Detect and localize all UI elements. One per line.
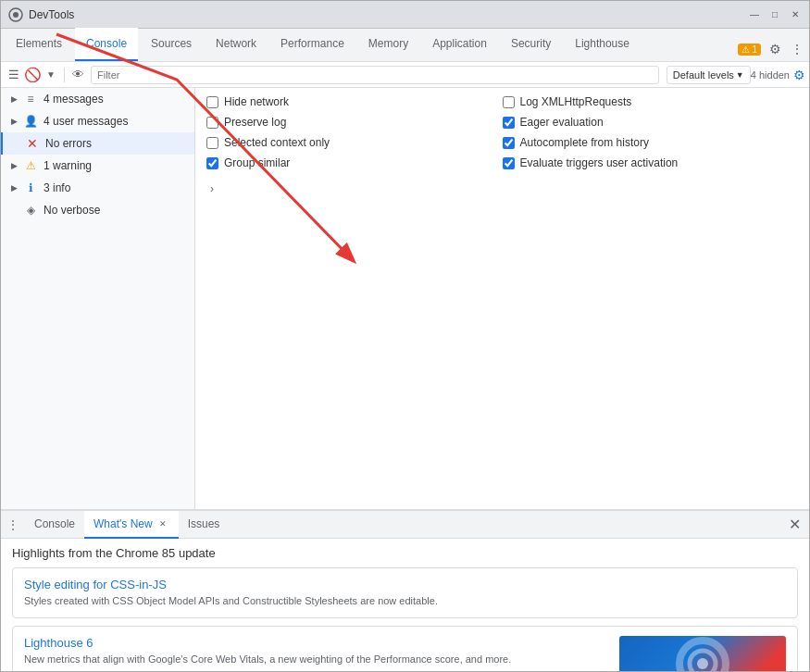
toolbar-divider-1 <box>64 68 65 82</box>
checkbox-col-right: Log XMLHttpRequests Eager evaluation Aut… <box>503 95 799 197</box>
preserve-log-label: Preserve log <box>224 116 286 129</box>
css-in-js-desc: Styles created with CSS Object Model API… <box>24 594 786 608</box>
sidebar-item-messages[interactable]: ▶ ≡ 4 messages <box>1 88 194 110</box>
group-similar-checkbox[interactable] <box>206 157 218 169</box>
close-button[interactable]: ✕ <box>789 8 802 21</box>
checkbox-eager-eval[interactable]: Eager evaluation <box>503 116 799 129</box>
more-icon[interactable]: ⋮ <box>789 41 805 57</box>
bottom-menu-icon[interactable]: ⋮ <box>5 516 21 533</box>
warning-badge[interactable]: ⚠ 1 <box>738 44 761 56</box>
checkbox-log-xmlhttp[interactable]: Log XMLHttpRequests <box>503 95 799 108</box>
sidebar-label-no-errors: No errors <box>45 137 187 150</box>
clear-console-icon[interactable]: 🚫 <box>23 66 42 84</box>
autocomplete-checkbox[interactable] <box>503 137 515 149</box>
bottom-panel-close-button[interactable]: ✕ <box>783 514 805 536</box>
autocomplete-label: Autocomplete from history <box>520 136 649 149</box>
checkbox-group-similar[interactable]: Group similar <box>206 156 503 169</box>
tab-lighthouse[interactable]: Lighthouse <box>564 28 641 61</box>
sidebar-item-user-messages[interactable]: ▶ 👤 4 user messages <box>1 110 194 132</box>
sidebar-item-no-verbose[interactable]: ▶ ◈ No verbose <box>1 199 194 221</box>
svg-point-5 <box>697 658 708 669</box>
sidebar-label-messages: 4 messages <box>44 93 187 106</box>
checkbox-selected-context[interactable]: Selected context only <box>206 136 503 149</box>
selected-context-checkbox[interactable] <box>206 137 218 149</box>
sidebar-label-warning: 1 warning <box>44 159 187 172</box>
bottom-panel: ⋮ Console What's New ✕ Issues ✕ Highligh… <box>1 509 809 671</box>
expand-arrow[interactable]: › <box>206 180 503 197</box>
bottom-heading: Highlights from the Chrome 85 update <box>12 546 798 560</box>
checkbox-autocomplete[interactable]: Autocomplete from history <box>503 136 799 149</box>
sidebar-item-info[interactable]: ▶ ℹ 3 info <box>1 177 194 199</box>
minimize-button[interactable]: — <box>748 8 761 21</box>
sidebar-item-no-errors[interactable]: ▶ ✕ No errors <box>1 132 194 155</box>
sidebar-label-no-verbose: No verbose <box>44 204 187 217</box>
lighthouse-graphic <box>666 636 740 671</box>
log-xmlhttp-checkbox[interactable] <box>503 96 515 108</box>
warning-icon-sidebar: ⚠ <box>23 158 38 173</box>
group-similar-label: Group similar <box>224 156 290 169</box>
lighthouse-desc: New metrics that align with Google's Cor… <box>24 653 608 666</box>
eval-triggers-checkbox[interactable] <box>503 157 515 169</box>
settings-icon[interactable]: ⚙ <box>766 41 783 57</box>
maximize-button[interactable]: □ <box>768 8 781 21</box>
hide-network-checkbox[interactable] <box>206 96 218 108</box>
devtools-window: DevTools — □ ✕ Elements Console Sources … <box>0 0 810 672</box>
error-icon: ✕ <box>25 136 40 151</box>
title-bar: DevTools — □ ✕ <box>1 1 809 29</box>
sidebar: ▶ ≡ 4 messages ▶ 👤 4 user messages ▶ ✕ N… <box>1 88 195 509</box>
lighthouse-title[interactable]: Lighthouse 6 <box>24 636 608 650</box>
tab-memory[interactable]: Memory <box>357 28 419 61</box>
tab-application[interactable]: Application <box>421 28 498 61</box>
gear-icon[interactable]: ⚙ <box>793 68 805 82</box>
list-icon: ≡ <box>23 92 38 106</box>
filter-input[interactable] <box>91 66 659 84</box>
lighthouse-image <box>619 636 786 671</box>
svg-point-1 <box>13 12 19 18</box>
levels-dropdown[interactable]: Default levels ▼ <box>667 66 751 84</box>
levels-label: Default levels <box>673 69 734 81</box>
bottom-tab-issues[interactable]: Issues <box>179 511 230 539</box>
filter-expand-icon[interactable]: ▼ <box>42 66 60 84</box>
eager-eval-checkbox[interactable] <box>503 117 515 129</box>
tab-security[interactable]: Security <box>500 28 562 61</box>
filter-container <box>91 66 659 84</box>
bottom-tab-console[interactable]: Console <box>25 511 84 539</box>
tab-sources[interactable]: Sources <box>140 28 203 61</box>
tab-network[interactable]: Network <box>205 28 268 61</box>
expand-icon-warning: ▶ <box>8 160 19 171</box>
eval-triggers-label: Evaluate triggers user activation <box>520 156 679 169</box>
checkbox-eval-triggers[interactable]: Evaluate triggers user activation <box>503 156 799 169</box>
whats-new-close-icon[interactable]: ✕ <box>156 517 169 530</box>
expand-icon-info: ▶ <box>8 182 19 193</box>
levels-chevron-icon: ▼ <box>736 70 744 80</box>
user-icon: 👤 <box>23 114 38 129</box>
title-bar-title: DevTools <box>29 8 748 21</box>
selected-context-label: Selected context only <box>224 136 330 149</box>
tab-performance[interactable]: Performance <box>269 28 355 61</box>
checkbox-preserve-log[interactable]: Preserve log <box>206 116 503 129</box>
css-in-js-title[interactable]: Style editing for CSS-in-JS <box>24 578 786 591</box>
checkbox-hide-network[interactable]: Hide network <box>206 95 503 108</box>
update-card-lighthouse: Lighthouse 6 New metrics that align with… <box>12 626 798 671</box>
warning-count: 1 <box>752 44 757 55</box>
hidden-count-label: 4 hidden <box>751 69 790 81</box>
eye-icon[interactable]: 👁 <box>69 66 87 84</box>
sidebar-item-warning[interactable]: ▶ ⚠ 1 warning <box>1 155 194 177</box>
main-area: ▶ ≡ 4 messages ▶ 👤 4 user messages ▶ ✕ N… <box>1 88 809 509</box>
checkbox-col-left: Hide network Preserve log Selected conte… <box>206 95 503 197</box>
sidebar-label-user-messages: 4 user messages <box>44 115 187 128</box>
hide-network-label: Hide network <box>224 95 289 108</box>
sidebar-label-info: 3 info <box>44 181 187 194</box>
tab-elements[interactable]: Elements <box>5 28 73 61</box>
sidebar-toggle-icon[interactable]: ☰ <box>5 66 23 84</box>
bottom-tab-bar: ⋮ Console What's New ✕ Issues ✕ <box>1 511 809 539</box>
console-area <box>195 205 809 509</box>
verbose-icon: ◈ <box>23 203 38 218</box>
update-card-text-lighthouse: Lighthouse 6 New metrics that align with… <box>24 636 608 671</box>
toolbar: ☰ 🚫 ▼ 👁 Default levels ▼ 4 hidden ⚙ <box>1 62 809 88</box>
devtools-logo <box>8 7 23 22</box>
bottom-tab-whats-new[interactable]: What's New ✕ <box>84 511 179 539</box>
tab-console[interactable]: Console <box>75 28 138 61</box>
preserve-log-checkbox[interactable] <box>206 117 218 129</box>
tab-bar: Elements Console Sources Network Perform… <box>1 29 809 62</box>
